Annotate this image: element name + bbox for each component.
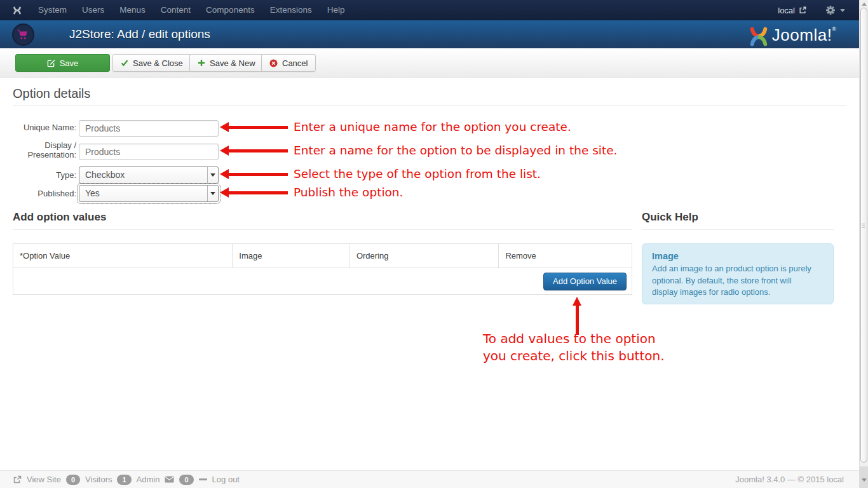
annotation-arrow-line — [228, 149, 288, 152]
joomla-logo: Joomla! ® — [745, 24, 836, 48]
cart-icon — [17, 29, 29, 40]
published-select-value: Yes — [85, 188, 100, 198]
column-image: Image — [232, 244, 349, 268]
divider — [13, 229, 632, 230]
registered-mark: ® — [832, 26, 836, 32]
option-details-heading: Option details — [13, 86, 90, 101]
column-remove: Remove — [498, 244, 632, 268]
add-option-value-button[interactable]: Add Option Value — [543, 273, 627, 290]
messages-icon[interactable] — [165, 476, 174, 483]
column-option-value: *Option Value — [13, 244, 232, 268]
menu-components[interactable]: Components — [198, 0, 262, 20]
admin-menu: System Users Menus Content Components Ex… — [31, 0, 352, 20]
quick-help-heading: Quick Help — [642, 211, 698, 224]
add-option-values-heading: Add option values — [13, 211, 106, 224]
display-presentation-input[interactable] — [79, 144, 219, 160]
plus-icon — [198, 59, 205, 67]
annotation-arrow-line — [228, 126, 288, 129]
annotation-arrow-line — [228, 191, 288, 194]
annotation-arrow-line — [228, 173, 288, 176]
site-name: local — [778, 6, 795, 15]
joomla-star-icon — [745, 24, 772, 48]
annotation-arrow — [220, 146, 229, 156]
save-button[interactable]: Save — [15, 54, 110, 72]
visitors-count-badge: 0 — [66, 475, 80, 485]
chevron-down-icon — [840, 9, 845, 12]
joomla-mark-icon — [11, 4, 23, 16]
save-icon — [47, 59, 55, 67]
published-label: Published: — [0, 189, 76, 198]
quick-help-box: Image Add an image to an product option … — [642, 243, 834, 304]
logout-link[interactable]: Log out — [212, 475, 240, 484]
scrollbar-grip — [862, 224, 865, 224]
view-site-link-top[interactable]: local — [778, 6, 806, 15]
column-ordering: Ordering — [349, 244, 499, 268]
logout-icon — [199, 478, 207, 480]
admin-screen: System Users Menus Content Components Ex… — [0, 0, 868, 488]
help-box-title: Image — [652, 251, 824, 261]
annotation-arrow — [220, 187, 229, 198]
option-values-table: *Option Value Image Ordering Remove Add … — [13, 243, 632, 295]
scroll-up-arrow-icon[interactable] — [862, 3, 867, 6]
top-menu-bar: System Users Menus Content Components Ex… — [0, 0, 859, 20]
menu-content[interactable]: Content — [153, 0, 198, 20]
type-select[interactable]: Checkbox — [79, 166, 219, 184]
type-select-value: Checkbox — [85, 170, 125, 180]
toolbar: Save Save & Close Save & New Cancel — [0, 48, 859, 78]
status-bar: View Site 0 Visitors 1 Admin 0 Log out J… — [0, 470, 859, 488]
help-box-text: Add an image to an product option is pur… — [652, 263, 812, 299]
page-title: J2Store: Add / edit options — [69, 27, 210, 41]
user-settings-menu[interactable] — [825, 5, 845, 15]
divider — [642, 229, 834, 230]
menu-help[interactable]: Help — [320, 0, 353, 20]
version-text: Joomla! 3.4.0 — © 2015 local — [735, 475, 844, 484]
annotation-arrow — [220, 122, 229, 132]
annotation-arrow-up — [573, 297, 581, 306]
caret-down-icon — [210, 173, 215, 177]
visitors-label: Visitors — [85, 475, 112, 484]
display-presentation-label: Display / Presentation: — [0, 140, 76, 159]
gear-icon — [825, 5, 836, 15]
menu-system[interactable]: System — [31, 0, 74, 20]
select-caret — [207, 167, 218, 183]
menu-extensions[interactable]: Extensions — [262, 0, 320, 20]
vertical-scrollbar[interactable] — [859, 0, 868, 488]
scroll-down-arrow-icon[interactable] — [862, 478, 867, 482]
save-and-new-button[interactable]: Save & New — [189, 54, 264, 72]
select-caret — [207, 186, 218, 201]
unique-name-label: Unique Name: — [0, 123, 76, 132]
admin-count-badge: 1 — [117, 475, 131, 485]
annotation-display: Enter a name for the option to be displa… — [294, 144, 617, 157]
divider — [13, 105, 846, 106]
annotation-arrow — [220, 169, 229, 179]
annotation-add-button: To add values to the option you create, … — [483, 330, 665, 365]
cancel-button[interactable]: Cancel — [261, 54, 316, 72]
annotation-line-1: To add values to the option — [483, 330, 665, 348]
external-link-icon — [799, 6, 806, 14]
caret-down-icon — [210, 192, 215, 195]
view-site-link[interactable]: View Site — [27, 475, 61, 484]
annotation-type: Select the type of the option from the l… — [294, 167, 541, 180]
joomla-logo-text: Joomla! — [772, 24, 832, 46]
view-site-icon — [13, 475, 22, 484]
cancel-circle-icon — [269, 59, 278, 67]
admin-label: Admin — [137, 475, 160, 484]
messages-count-badge: 0 — [179, 475, 193, 485]
annotation-line-2: you create, click this button. — [483, 348, 665, 365]
table-body-row: Add Option Value — [13, 268, 632, 294]
scrollbar-thumb[interactable] — [860, 8, 867, 463]
page-header: J2Store: Add / edit options Joomla! ® — [0, 20, 859, 48]
type-label: Type: — [0, 170, 76, 180]
scrollbar-track-bottom[interactable] — [860, 466, 868, 488]
annotation-published: Publish the option. — [294, 186, 403, 199]
published-select[interactable]: Yes — [79, 185, 219, 202]
check-icon — [121, 59, 128, 67]
unique-name-input[interactable] — [79, 120, 219, 137]
menu-users[interactable]: Users — [74, 0, 112, 20]
menu-menus[interactable]: Menus — [112, 0, 153, 20]
j2store-logo — [12, 24, 34, 46]
save-and-close-button[interactable]: Save & Close — [112, 54, 191, 72]
table-header-row: *Option Value Image Ordering Remove — [13, 244, 632, 268]
annotation-unique-name: Enter a unique name for the option you c… — [294, 120, 571, 133]
